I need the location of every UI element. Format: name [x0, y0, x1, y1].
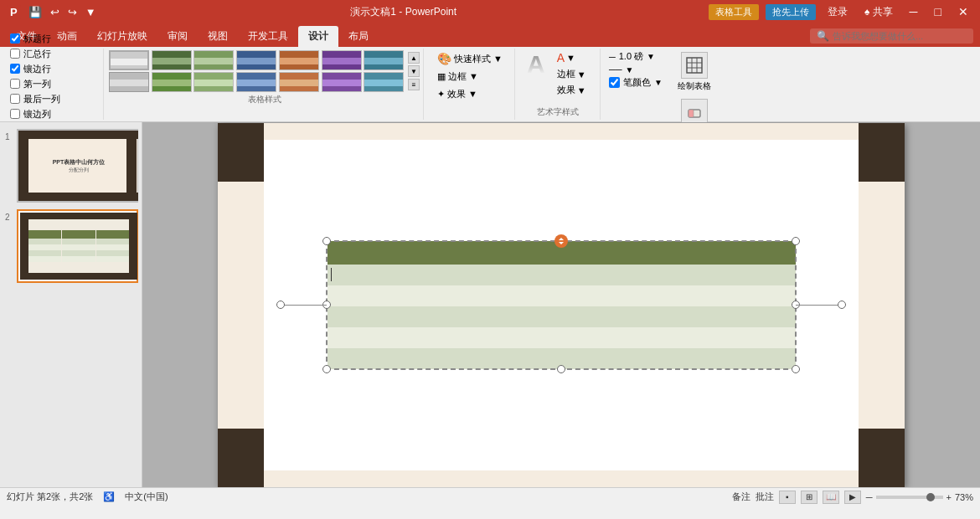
checkbox-banded[interactable] — [10, 64, 20, 74]
zoom-out-btn[interactable]: ─ — [866, 492, 873, 502]
style-swatch-4[interactable] — [236, 50, 276, 70]
extend-handle-left[interactable] — [276, 301, 285, 309]
upload-button[interactable]: 抢先上传 — [766, 4, 816, 20]
style-swatch-14[interactable] — [364, 72, 404, 92]
context-tool-label: 表格工具 — [709, 4, 759, 20]
tab-layout[interactable]: 布局 — [338, 26, 379, 47]
annotation-button[interactable]: 批注 — [756, 491, 774, 503]
more-icon[interactable]: ▼ — [83, 4, 99, 20]
slide-1-content: PPT表格中山何方位 分配分列 — [20, 132, 137, 199]
style-swatch-13[interactable] — [322, 72, 362, 92]
search-input[interactable] — [833, 31, 967, 41]
table-cell-5-3[interactable] — [639, 327, 796, 348]
share-button[interactable]: ♠ 共享 — [859, 3, 898, 21]
login-button[interactable]: 登录 — [823, 3, 853, 21]
view-grid-btn[interactable]: ⊞ — [801, 491, 818, 504]
move-handle[interactable] — [554, 234, 568, 248]
tab-dev[interactable]: 开发工具 — [238, 26, 298, 47]
undo-icon[interactable]: ↩ — [48, 4, 62, 20]
pen-color-dropdown[interactable]: ▼ — [654, 78, 663, 87]
art-text-big-a-btn[interactable]: A — [524, 50, 549, 79]
style-swatch-10[interactable] — [193, 72, 234, 92]
table-cell-5-1[interactable] — [328, 327, 484, 348]
quick-styles-btn[interactable]: 🎨 快速样式 ▼ — [432, 50, 508, 67]
main-area: 1 PPT表格中山何方位 分配分列 2 — [0, 122, 980, 487]
checkbox-total[interactable] — [10, 49, 20, 59]
table-cell-4-2[interactable] — [483, 306, 639, 327]
style-swatch-3[interactable] — [193, 50, 234, 70]
slide-1-thumb[interactable]: PPT表格中山何方位 分配分列 — [17, 129, 138, 203]
save-icon[interactable]: 💾 — [26, 4, 44, 20]
style-swatch-1[interactable] — [109, 50, 149, 70]
style-swatch-2[interactable] — [152, 50, 192, 70]
view-reading-btn[interactable]: 📖 — [823, 491, 839, 504]
minimize-button[interactable]: ─ — [905, 3, 923, 20]
handle-top-right[interactable] — [792, 237, 800, 245]
zoom-thumb[interactable] — [926, 493, 935, 501]
checkbox-header[interactable] — [10, 33, 20, 44]
border-style-dropdown[interactable]: ▼ — [626, 65, 634, 75]
checkbox-first-col[interactable] — [10, 79, 20, 89]
table-cell-3-2[interactable] — [483, 285, 639, 306]
swatch-scroll-more[interactable]: ≡ — [408, 79, 420, 90]
style-swatch-5[interactable] — [279, 50, 319, 70]
view-slideshow-btn[interactable]: ▶ — [844, 491, 861, 504]
effects-btn[interactable]: ✦ 效果 ▼ — [432, 86, 482, 102]
restore-button[interactable]: □ — [930, 3, 946, 20]
ribbon: 标题行 汇总行 镶边行 第一列 最后一列 镶边列 表格样式选项 — [0, 47, 980, 122]
handle-bottom-right[interactable] — [792, 365, 800, 373]
art-outline-btn[interactable]: 边框 ▼ — [554, 67, 590, 81]
table-cell-3-3[interactable] — [639, 285, 796, 306]
table-cell-h3[interactable] — [639, 241, 796, 265]
tab-view[interactable]: 视图 — [198, 26, 238, 47]
swatch-scroll-down[interactable]: ▼ — [408, 65, 420, 77]
tab-slideshow[interactable]: 幻灯片放映 — [87, 26, 157, 47]
table-cell-6-3[interactable] — [639, 348, 796, 369]
zoom-in-btn[interactable]: + — [946, 492, 952, 502]
art-effects-btn[interactable]: 效果 ▼ — [554, 83, 590, 97]
slide-1-container: 1 PPT表格中山何方位 分配分列 — [17, 129, 138, 203]
border-style-icon: ── — [609, 64, 622, 75]
style-swatch-12[interactable] — [279, 72, 319, 92]
handle-top-left[interactable] — [322, 237, 331, 245]
redo-icon[interactable]: ↪ — [65, 4, 80, 20]
svg-marker-8 — [559, 242, 564, 244]
handle-bottom-left[interactable] — [322, 365, 331, 373]
table-cell-4-3[interactable] — [639, 306, 796, 327]
view-normal-btn[interactable]: ▪ — [779, 491, 796, 504]
draw-table-button[interactable]: 绘制表格 — [674, 50, 714, 94]
handle-bottom-center[interactable] — [557, 365, 565, 373]
status-left: 幻灯片 第2张，共2张 ♿ 中文(中国) — [7, 491, 168, 503]
slide-table[interactable] — [327, 241, 796, 369]
slide-2-number: 2 — [5, 213, 10, 222]
style-swatch-9[interactable] — [152, 72, 192, 92]
table-cell-6-1[interactable] — [328, 348, 484, 369]
table-cell-4-1[interactable] — [328, 306, 484, 327]
border-btn[interactable]: ▦ 边框 ▼ — [432, 69, 483, 85]
pen-color-checkbox[interactable] — [609, 77, 620, 88]
style-swatch-11[interactable] — [236, 72, 276, 92]
zoom-slider[interactable] — [876, 496, 943, 499]
table-cell-2-2[interactable] — [483, 265, 639, 285]
style-swatch-8[interactable] — [109, 72, 149, 92]
table-cell-2-1[interactable] — [328, 265, 484, 285]
checkbox-last-col[interactable] — [10, 94, 20, 104]
art-fill-btn[interactable]: A ▼ — [554, 50, 590, 65]
style-swatch-6[interactable] — [322, 50, 362, 70]
comment-button[interactable]: 备注 — [732, 491, 750, 503]
table-cell-5-2[interactable] — [483, 327, 639, 348]
style-swatch-7[interactable] — [364, 50, 404, 70]
table-cell-h1[interactable] — [328, 241, 484, 265]
table-cell-3-1[interactable] — [328, 285, 484, 306]
table-cell-2-3[interactable] — [639, 265, 796, 285]
tab-review[interactable]: 审阅 — [157, 26, 198, 47]
checkbox-banded-col[interactable] — [10, 109, 20, 119]
border-weight-dropdown[interactable]: ▼ — [647, 52, 655, 61]
border-weight-value: 1.0 磅 — [619, 50, 643, 63]
tab-design[interactable]: 设计 — [298, 26, 338, 47]
close-button[interactable]: ✕ — [953, 3, 973, 20]
extend-handle-right[interactable] — [838, 301, 846, 309]
slide-2-thumb[interactable] — [17, 209, 138, 283]
checkbox-banded-label: 镶边行 — [23, 63, 51, 75]
swatch-scroll-up[interactable]: ▲ — [408, 52, 420, 64]
